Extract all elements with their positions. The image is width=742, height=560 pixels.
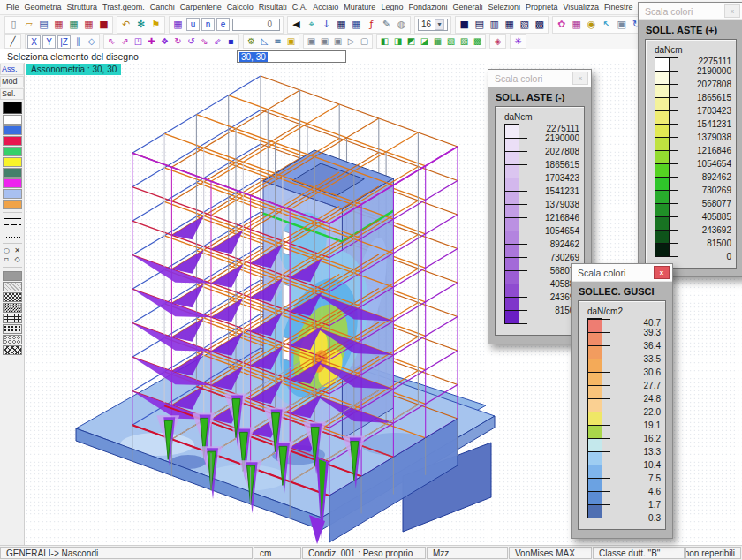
window-tile-icon-4[interactable]: ▦ [502, 18, 517, 31]
eraser-icon[interactable]: ◈ [491, 36, 504, 47]
line-style-dot[interactable] [4, 234, 21, 240]
u-button[interactable]: u [186, 18, 200, 31]
menu-carichi[interactable]: Carichi [148, 3, 178, 11]
menu-fondazioni[interactable]: Fondazioni [405, 3, 450, 11]
menu-risultati[interactable]: Risultati [256, 3, 290, 11]
ring-icon[interactable]: ✿ [554, 18, 569, 31]
window-tile-icon-1[interactable]: ■ [457, 18, 472, 31]
probe-icon[interactable]: ⌖ [304, 18, 319, 31]
n-button[interactable]: n [201, 18, 215, 31]
hatch-swatch-6[interactable] [3, 324, 22, 334]
menu-legno[interactable]: Legno [378, 3, 405, 11]
slope-icon[interactable]: ◺ [258, 36, 271, 47]
close-icon[interactable]: x [654, 266, 670, 279]
view-cube-icon-5[interactable]: ▦ [431, 36, 444, 47]
view-cube-icon-7[interactable]: ▨ [458, 36, 471, 47]
window-tile-icon-3[interactable]: ▥ [487, 18, 502, 31]
hatch-swatch-3[interactable] [3, 292, 22, 302]
play-icon[interactable]: ▷ [344, 36, 358, 47]
line-style-longdash[interactable] [4, 222, 21, 228]
color-swatch-5[interactable] [3, 147, 22, 156]
window-tile-icon-2[interactable]: ▤ [472, 18, 487, 31]
archive-icon-2[interactable]: ▦ [66, 18, 81, 31]
new-icon[interactable]: ▯ [6, 18, 21, 31]
undo-icon[interactable]: ↶ [118, 18, 133, 31]
view-cube-icon-3[interactable]: ◩ [405, 36, 418, 47]
color-swatch-7[interactable] [3, 168, 22, 178]
window-icon[interactable]: ▣ [614, 18, 629, 31]
side-button-mod[interactable]: Mod [0, 76, 24, 87]
archive-icon-1[interactable]: ▦ [51, 18, 66, 31]
stop-icon[interactable]: ■ [96, 18, 111, 31]
archive-icon-3[interactable]: ▦ [81, 18, 96, 31]
spin-icon[interactable]: ✻ [133, 18, 148, 31]
hatch-swatch-5[interactable] [3, 314, 22, 323]
coordinate-input[interactable]: 30, 30 [237, 50, 346, 63]
y-lock-button[interactable]: Y [42, 35, 56, 49]
rotate-cw-icon[interactable]: ↻ [171, 36, 185, 47]
point-symbol-4[interactable]: ◇ [13, 255, 22, 264]
point-symbol-3[interactable]: ▫ [3, 255, 11, 264]
font-size-select[interactable]: 16▾ [418, 19, 448, 31]
menu-file[interactable]: File [4, 3, 22, 11]
snap-star-icon[interactable]: ✳ [511, 36, 525, 47]
toolbar-number-input[interactable]: 0 [232, 19, 280, 31]
menu-generali[interactable]: Generali [450, 3, 485, 11]
side-button-sel[interactable]: Sel. [0, 88, 24, 100]
e-button[interactable]: e [216, 18, 230, 31]
line-style-solid[interactable] [4, 216, 21, 222]
polygon-icon[interactable]: ◇ [85, 36, 98, 47]
menu-murature[interactable]: Murature [341, 3, 378, 11]
view-cube-icon-1[interactable]: ◧ [378, 36, 391, 47]
list-icon[interactable]: ≡ [271, 36, 284, 47]
color-swatch-3[interactable] [3, 125, 22, 135]
frame-icon[interactable]: ▢ [358, 36, 371, 47]
color-swatch-6[interactable] [3, 157, 22, 167]
window-tile-icon-5[interactable]: ▧ [517, 18, 532, 31]
point-symbol-1[interactable]: ○ [3, 246, 11, 255]
color-swatch-10[interactable] [3, 200, 22, 209]
save-icon[interactable]: ▤ [36, 18, 51, 31]
view-cube-icon-4[interactable]: ◪ [418, 36, 431, 47]
cursor-icon[interactable]: ↖ [599, 18, 614, 31]
z-lock-button[interactable]: |Z [57, 35, 71, 49]
move-tool-icon[interactable]: ⇖ [105, 36, 118, 47]
zoom-icon[interactable]: ◉ [584, 18, 599, 31]
menu-visualizza[interactable]: Visualizza [561, 3, 602, 11]
hatch-swatch-7[interactable] [3, 335, 22, 344]
mirror-icon[interactable]: ❖ [158, 36, 171, 47]
menu-carpenterie[interactable]: Carpenterie [178, 3, 224, 11]
viewport-icon-3[interactable]: ▣ [331, 36, 344, 47]
point-symbol-2[interactable]: ✕ [13, 246, 22, 255]
function-icon[interactable]: ƒ [364, 18, 379, 31]
menu-calcolo[interactable]: Calcolo [224, 3, 256, 11]
parallel-icon[interactable]: ∥ [72, 36, 85, 47]
color-swatch-4[interactable] [3, 136, 22, 146]
menu-propriet[interactable]: Proprietà [523, 3, 561, 11]
line-icon[interactable]: ╱ [6, 36, 19, 47]
rotate-ccw-icon[interactable]: ↺ [185, 36, 198, 47]
menu-trasf-geom[interactable]: Trasf.geom. [100, 3, 148, 11]
x-lock-button[interactable]: X [27, 35, 41, 49]
menu-selezioni[interactable]: Selezioni [485, 3, 523, 11]
line-style-dash[interactable] [4, 228, 21, 234]
window-tile-icon-6[interactable]: ▩ [532, 18, 547, 31]
hatch-swatch-1[interactable] [3, 271, 22, 281]
color-swatch-1[interactable] [3, 102, 22, 114]
lock-icon[interactable]: ▣ [284, 36, 298, 47]
side-button-ass[interactable]: Ass. [0, 64, 24, 75]
menu-struttura[interactable]: Struttura [64, 3, 101, 11]
palette-window-icon[interactable]: ▦ [170, 18, 186, 31]
color-swatch-9[interactable] [3, 189, 22, 199]
pencil-icon[interactable]: ✎ [379, 18, 394, 31]
panel-title-bar[interactable]: Scala colorix [488, 70, 591, 87]
viewport-icon-2[interactable]: ▣ [318, 36, 331, 47]
shade-icon[interactable]: ◀ [289, 18, 304, 31]
mosaic-icon[interactable]: ▦ [569, 18, 584, 31]
color-swatch-8[interactable] [3, 178, 22, 188]
flag-icon[interactable]: ⚑ [148, 18, 163, 31]
shrink-icon[interactable]: ⇙ [211, 36, 224, 47]
color-swatch-2[interactable] [3, 115, 22, 125]
close-icon[interactable]: x [572, 72, 588, 85]
menu-c-a[interactable]: C.A. [290, 3, 311, 11]
